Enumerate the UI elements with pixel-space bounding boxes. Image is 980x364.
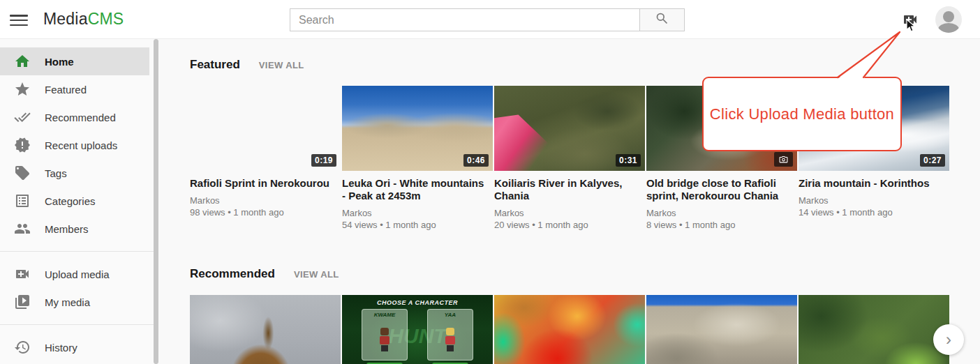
members-icon bbox=[14, 220, 31, 237]
recommended-view-all-link[interactable]: VIEW ALL bbox=[294, 269, 339, 280]
hamburger-menu-icon[interactable] bbox=[10, 12, 28, 27]
video-card bbox=[799, 295, 949, 364]
video-author[interactable]: Markos bbox=[494, 207, 645, 219]
chevron-right-icon: › bbox=[946, 331, 951, 348]
sidebar-divider bbox=[0, 324, 154, 325]
duration-badge: 0:27 bbox=[920, 154, 945, 167]
video-thumbnail[interactable] bbox=[799, 295, 949, 364]
search-input[interactable] bbox=[290, 9, 639, 31]
featured-section-header: Featured VIEW ALL bbox=[190, 58, 304, 72]
search-button[interactable] bbox=[639, 9, 684, 31]
video-library-icon bbox=[14, 294, 31, 310]
tag-icon bbox=[14, 165, 31, 181]
video-card bbox=[190, 295, 341, 364]
cursor-icon bbox=[906, 19, 917, 36]
video-meta: 8 views • 1 month ago bbox=[646, 219, 797, 231]
video-author[interactable]: Markos bbox=[646, 207, 797, 219]
sidebar-item-featured[interactable]: Featured bbox=[0, 75, 149, 103]
sidebar-item-label: My media bbox=[45, 296, 90, 308]
video-title[interactable]: Rafioli Sprint in Nerokourou bbox=[190, 177, 341, 190]
sidebar-item-label: Home bbox=[45, 56, 74, 68]
sidebar-item-home[interactable]: Home bbox=[0, 47, 149, 75]
video-meta: 98 views • 1 month ago bbox=[190, 206, 341, 218]
callout-arrow bbox=[824, 26, 914, 85]
sidebar-item-tags[interactable]: Tags bbox=[0, 159, 149, 187]
star-icon bbox=[14, 81, 31, 98]
video-thumbnail[interactable] bbox=[646, 295, 797, 364]
game-character-panel: YAA bbox=[427, 309, 473, 361]
sidebar-item-categories[interactable]: Categories bbox=[0, 187, 149, 215]
video-card bbox=[494, 295, 645, 364]
video-card: CHOOSE A CHARACTER HUNT KWAME YAA Select… bbox=[342, 295, 493, 364]
game-character-figure bbox=[378, 328, 391, 351]
avatar[interactable] bbox=[935, 6, 962, 33]
sidebar-item-recent-uploads[interactable]: Recent uploads bbox=[0, 131, 149, 159]
recommended-section-header: Recommended VIEW ALL bbox=[190, 267, 339, 281]
sidebar-item-label: Recommended bbox=[45, 112, 116, 123]
video-meta: 14 views • 1 month ago bbox=[799, 206, 949, 218]
sidebar-item-label: Upload media bbox=[45, 268, 110, 280]
app-logo[interactable]: MediaCMS bbox=[43, 10, 124, 29]
video-card: 0:31 Koiliaris River in Kalyves, Chania … bbox=[494, 86, 645, 231]
section-title: Recommended bbox=[190, 267, 275, 281]
video-author[interactable]: Markos bbox=[799, 195, 949, 206]
search-bar bbox=[290, 8, 685, 31]
sidebar-scrollbar[interactable] bbox=[154, 39, 158, 364]
duration-badge: 0:31 bbox=[616, 154, 641, 167]
video-thumbnail[interactable] bbox=[190, 295, 341, 364]
sidebar-item-members[interactable]: Members bbox=[0, 215, 149, 243]
camera-badge-icon bbox=[774, 152, 793, 167]
new-releases-icon bbox=[14, 137, 31, 153]
logo-part-1: Media bbox=[43, 10, 88, 28]
featured-view-all-link[interactable]: VIEW ALL bbox=[259, 60, 304, 70]
video-thumbnail[interactable]: 0:31 bbox=[494, 86, 645, 171]
section-title: Featured bbox=[190, 58, 240, 72]
sidebar-item-label: Featured bbox=[45, 84, 87, 96]
game-character-name: YAA bbox=[428, 312, 473, 318]
callout-tooltip: Click Upload Media button bbox=[702, 77, 902, 151]
callout-text: Click Upload Media button bbox=[710, 105, 894, 123]
recommended-row: CHOOSE A CHARACTER HUNT KWAME YAA Select… bbox=[190, 295, 951, 364]
video-title[interactable]: Ziria mountain - Korinthos bbox=[799, 177, 949, 190]
carousel-next-button[interactable]: › bbox=[933, 324, 964, 355]
duration-badge: 0:46 bbox=[463, 154, 489, 167]
video-card bbox=[646, 295, 797, 364]
video-author[interactable]: Markos bbox=[190, 195, 341, 206]
video-title[interactable]: Leuka Ori - White mountains - Peak at 24… bbox=[342, 177, 493, 202]
game-character-name: KWAME bbox=[362, 312, 407, 318]
video-title[interactable]: Old bridge close to Rafioli sprint, Nero… bbox=[646, 177, 797, 202]
video-thumbnail[interactable]: CHOOSE A CHARACTER HUNT KWAME YAA Select… bbox=[342, 295, 493, 364]
video-meta: 54 views • 1 month ago bbox=[342, 219, 493, 231]
game-character-panel: KWAME bbox=[362, 309, 408, 361]
sidebar-item-label: Members bbox=[45, 223, 89, 235]
sidebar-item-label: Tags bbox=[45, 167, 67, 179]
sidebar-item-label: History bbox=[45, 342, 77, 354]
video-title[interactable]: Koiliaris River in Kalyves, Chania bbox=[494, 177, 645, 202]
done-all-icon bbox=[14, 109, 31, 126]
categories-icon bbox=[14, 192, 31, 209]
logo-part-2: CMS bbox=[88, 10, 124, 28]
video-card: 0:46 Leuka Ori - White mountains - Peak … bbox=[342, 86, 493, 231]
video-author[interactable]: Markos bbox=[342, 207, 493, 219]
home-icon bbox=[14, 53, 31, 70]
upload-media-icon bbox=[14, 266, 31, 282]
history-icon bbox=[14, 339, 31, 356]
sidebar-item-upload-media[interactable]: Upload media bbox=[0, 260, 149, 288]
video-thumbnail[interactable]: 0:19 bbox=[190, 86, 341, 171]
video-thumbnail[interactable]: 0:46 bbox=[342, 86, 493, 171]
sidebar-divider bbox=[0, 251, 154, 252]
sidebar-item-recommended[interactable]: Recommended bbox=[0, 103, 149, 131]
duration-badge: 0:19 bbox=[311, 154, 336, 167]
sidebar-item-history[interactable]: History bbox=[0, 333, 149, 361]
sidebar-item-label: Recent uploads bbox=[45, 139, 117, 151]
game-heading-text: CHOOSE A CHARACTER bbox=[342, 299, 493, 306]
game-character-figure bbox=[444, 328, 456, 351]
video-card: 0:19 Rafioli Sprint in Nerokourou Markos… bbox=[190, 86, 341, 231]
video-thumbnail[interactable] bbox=[494, 295, 645, 364]
search-icon bbox=[655, 11, 669, 29]
sidebar: Home Featured Recommended Recent uploads… bbox=[0, 39, 159, 364]
sidebar-item-label: Categories bbox=[45, 195, 96, 207]
sidebar-item-my-media[interactable]: My media bbox=[0, 288, 149, 316]
video-meta: 20 views • 1 month ago bbox=[494, 219, 645, 231]
